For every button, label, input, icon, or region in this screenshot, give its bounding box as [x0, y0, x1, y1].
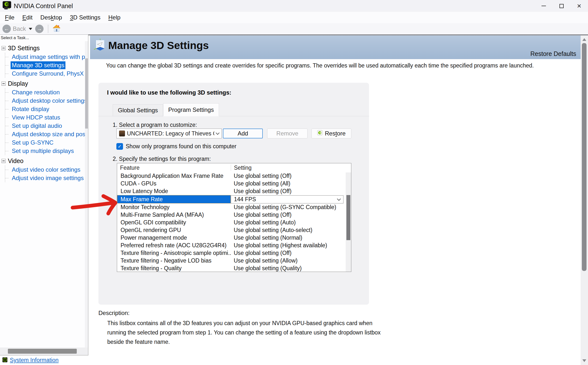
back-history-dropdown-icon[interactable] — [29, 28, 32, 30]
main-content: Manage 3D Settings Restore Defaults You … — [88, 35, 588, 365]
max-frame-rate-dropdown[interactable]: 144 FPS — [231, 195, 343, 203]
add-program-button[interactable]: Add — [223, 129, 263, 138]
table-row[interactable]: Multi-Frame Sampled AA (MFAA)Use global … — [117, 211, 345, 219]
sidebar-item-adjust-image-settings-with-preview[interactable]: Adjust image settings with preview — [5, 53, 88, 61]
task-sidebar: Select a Task... 3D SettingsAdjust image… — [0, 35, 88, 355]
back-button[interactable]: ← — [2, 25, 11, 33]
remove-program-button[interactable]: Remove — [267, 129, 308, 138]
table-row[interactable]: Monitor TechnologyUse global setting (G-… — [117, 203, 345, 211]
chevron-down-icon — [337, 197, 341, 201]
feature-cell: OpenGL rendering GPU — [117, 226, 231, 234]
setting-cell: Use global setting (Quality) — [231, 265, 345, 272]
table-row[interactable]: Max Frame Rate144 FPS — [117, 195, 345, 203]
restore-defaults-button[interactable]: Restore Defaults — [530, 50, 576, 57]
sidebar-horizontal-scrollbar-thumb[interactable] — [8, 349, 77, 354]
setting-cell: 144 FPS — [231, 195, 345, 203]
sidebar-item-view-hdcp-status[interactable]: View HDCP status — [5, 113, 88, 122]
close-button[interactable]: × — [570, 0, 588, 12]
table-row[interactable]: Texture filtering - Negative LOD biasUse… — [117, 257, 345, 265]
sidebar-item-change-resolution[interactable]: Change resolution — [5, 88, 88, 97]
table-row[interactable]: OpenGL rendering GPUUse global setting (… — [117, 226, 345, 234]
table-row[interactable]: OpenGL GDI compatibilityUse global setti… — [117, 219, 345, 226]
sidebar-item-adjust-desktop-size-and-position[interactable]: Adjust desktop size and position — [5, 130, 88, 138]
sidebar-item-set-up-digital-audio[interactable]: Set up digital audio — [5, 122, 88, 130]
scroll-up-arrow-icon[interactable] — [582, 38, 586, 41]
sidebar-item-rotate-display[interactable]: Rotate display — [5, 105, 88, 113]
system-information-link[interactable]: System Information — [10, 357, 59, 364]
sidebar-item-manage-3d-settings[interactable]: Manage 3D settings — [5, 61, 88, 69]
sidebar-item-set-up-multiple-displays[interactable]: Set up multiple displays — [5, 147, 88, 155]
menu-3d-settings[interactable]: 3D Settings — [66, 13, 104, 22]
table-row[interactable]: Preferred refresh rate (AOC U28G2G4R4)Us… — [117, 242, 345, 249]
nvidia-control-panel-window: NVIDIA Control Panel × FileEditDesktop3D… — [0, 0, 588, 365]
select-task-label: Select a Task... — [0, 35, 88, 41]
minimize-button[interactable] — [535, 0, 553, 12]
table-scrollbar-thumb[interactable] — [346, 195, 350, 240]
sidebar-item-label: Manage 3D settings — [11, 61, 65, 69]
setting-cell: Use global setting (Auto-select) — [231, 226, 345, 234]
tree-section-3d-settings: 3D SettingsAdjust image settings with pr… — [1, 43, 88, 78]
home-button[interactable] — [53, 25, 61, 33]
menu-edit[interactable]: Edit — [18, 13, 36, 22]
main-vertical-scrollbar-thumb[interactable] — [582, 43, 587, 271]
show-programs-checkbox-row[interactable]: ✓ Show only programs found on this compu… — [116, 143, 236, 150]
menu-help[interactable]: Help — [104, 13, 124, 22]
title-bar: NVIDIA Control Panel × — [0, 0, 588, 12]
feature-cell: Texture filtering - Quality — [117, 265, 231, 272]
forward-button[interactable]: → — [35, 25, 44, 33]
page-banner: Manage 3D Settings Restore Defaults — [90, 35, 581, 59]
tree-header-video[interactable]: Video — [1, 156, 88, 166]
sidebar-item-label: Adjust video image settings — [11, 174, 85, 182]
sidebar-vertical-scrollbar-thumb[interactable] — [85, 58, 88, 129]
sidebar-item-label: Change resolution — [11, 88, 61, 96]
step2-label: 2. Specify the settings for this program… — [113, 156, 211, 162]
tree-header-3d-settings[interactable]: 3D Settings — [1, 43, 88, 53]
main-vertical-scrollbar[interactable] — [581, 35, 588, 365]
sidebar-vertical-scrollbar[interactable] — [85, 41, 88, 348]
restore-program-button[interactable]: Restore — [311, 129, 351, 138]
sidebar-item-label: Configure Surround, PhysX — [11, 70, 85, 78]
table-header: Feature Setting — [117, 163, 345, 172]
sidebar-item-label: Set up digital audio — [11, 122, 63, 130]
collapse-icon[interactable] — [1, 46, 6, 50]
program-select-dropdown[interactable]: UNCHARTED: Legacy of Thieves Col... — [116, 129, 222, 138]
feature-settings-table: Feature Setting Background Application M… — [117, 163, 351, 272]
sidebar-item-set-up-g-sync[interactable]: Set up G-SYNC — [5, 138, 88, 147]
collapse-icon[interactable] — [1, 159, 6, 163]
show-programs-checkbox[interactable]: ✓ — [116, 143, 123, 150]
table-row[interactable]: Texture filtering - QualityUse global se… — [117, 265, 345, 272]
maximize-icon — [559, 4, 564, 8]
tab-global-settings[interactable]: Global Settings — [113, 104, 163, 116]
task-tree: 3D SettingsAdjust image settings with pr… — [0, 41, 88, 182]
scroll-down-arrow-icon[interactable] — [582, 359, 586, 362]
menu-desktop[interactable]: Desktop — [36, 13, 66, 22]
setting-cell: Use global setting (Off) — [231, 211, 345, 219]
tree-header-display[interactable]: Display — [1, 79, 88, 88]
table-scrollbar[interactable] — [346, 172, 351, 272]
table-row[interactable]: Power management modeUse global setting … — [117, 234, 345, 242]
feature-cell: Power management mode — [117, 234, 231, 242]
table-row[interactable]: CUDA - GPUsUse global setting (All) — [117, 180, 345, 187]
sidebar-item-adjust-video-image-settings[interactable]: Adjust video image settings — [5, 174, 88, 182]
collapse-icon[interactable] — [1, 82, 6, 86]
feature-cell: CUDA - GPUs — [117, 180, 231, 187]
sidebar-horizontal-scrollbar[interactable] — [0, 348, 88, 355]
sidebar-item-adjust-video-color-settings[interactable]: Adjust video color settings — [5, 166, 88, 174]
tree-header-label: Display — [8, 80, 28, 87]
feature-cell: Max Frame Rate — [117, 195, 231, 203]
description-label: Description: — [98, 310, 130, 316]
sidebar-item-adjust-desktop-color-settings[interactable]: Adjust desktop color settings — [5, 97, 88, 105]
menu-file[interactable]: File — [1, 13, 18, 22]
table-row[interactable]: Texture filtering - Anisotropic sample o… — [117, 249, 345, 257]
program-thumbnail-icon — [119, 131, 125, 136]
tree-section-display: DisplayChange resolutionAdjust desktop c… — [1, 79, 88, 155]
table-row[interactable]: Low Latency ModeUse global setting (Off) — [117, 187, 345, 195]
window-title: NVIDIA Control Panel — [14, 2, 73, 10]
maximize-button[interactable] — [553, 0, 570, 12]
sidebar-item-configure-surround-physx[interactable]: Configure Surround, PhysX — [5, 69, 88, 78]
setting-cell: Use global setting (Auto) — [231, 219, 345, 226]
sidebar-item-label: Adjust video color settings — [11, 166, 82, 174]
tab-program-settings[interactable]: Program Settings — [163, 103, 219, 116]
table-row[interactable]: Background Application Max Frame RateUse… — [117, 172, 345, 180]
setting-cell: Use global setting (G-SYNC Compatible) — [231, 203, 345, 211]
